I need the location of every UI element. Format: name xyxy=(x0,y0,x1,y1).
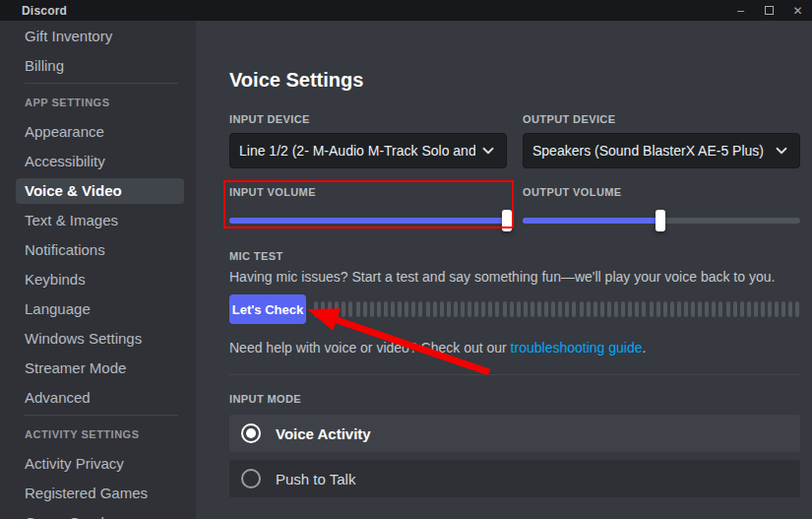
meter-bar xyxy=(754,301,758,317)
input-mode-option-voice-activity[interactable]: Voice Activity xyxy=(229,415,800,452)
meter-bar xyxy=(314,301,318,317)
sidebar-item-keybinds[interactable]: Keybinds xyxy=(16,267,184,292)
output-device-value: Speakers (Sound BlasterX AE-5 Plus) xyxy=(532,143,769,159)
app-title: Discord xyxy=(22,4,67,18)
input-device-select[interactable]: Line 1/2 (2- M-Audio M-Track Solo and D xyxy=(229,133,507,168)
meter-bar xyxy=(565,301,569,317)
minimize-button[interactable]: – xyxy=(726,0,755,21)
meter-bar xyxy=(405,301,408,317)
output-volume-slider[interactable] xyxy=(523,206,800,235)
meter-bar xyxy=(398,301,402,317)
lets-check-button[interactable]: Let's Check xyxy=(229,294,306,324)
mic-test-label: MIC TEST xyxy=(229,250,800,262)
meter-bar xyxy=(747,301,751,317)
slider-track[interactable] xyxy=(229,218,507,224)
radio-unselected-icon[interactable] xyxy=(241,469,261,488)
meter-bar xyxy=(363,301,367,317)
meter-bar xyxy=(698,301,702,317)
meter-bar xyxy=(572,301,576,317)
slider-fill xyxy=(523,218,660,224)
meter-bar xyxy=(650,301,654,317)
voice-settings-page: Voice Settings INPUT DEVICE Line 1/2 (2-… xyxy=(196,21,812,519)
meter-bar xyxy=(517,301,521,317)
meter-bar xyxy=(342,301,345,317)
sidebar-item-registered-games[interactable]: Registered Games xyxy=(16,481,184,506)
output-volume-label: OUTPUT VOLUME xyxy=(523,186,800,198)
meter-bar xyxy=(391,301,395,317)
meter-bar xyxy=(537,301,541,317)
meter-bar xyxy=(600,301,604,317)
meter-bar xyxy=(593,301,597,317)
meter-bar xyxy=(726,301,730,317)
sidebar-item-notifications[interactable]: Notifications xyxy=(16,237,184,263)
meter-bar xyxy=(628,301,632,317)
close-button[interactable]: ✕ xyxy=(783,0,812,21)
sidebar-divider xyxy=(25,83,178,84)
page-title: Voice Settings xyxy=(229,68,800,92)
meter-bar xyxy=(503,301,507,317)
help-text: Need help with voice or video? Check out… xyxy=(229,339,800,357)
help-text-after: . xyxy=(643,340,647,356)
close-icon: ✕ xyxy=(792,5,802,17)
input-device-value: Line 1/2 (2- M-Audio M-Track Solo and D xyxy=(239,143,475,159)
slider-thumb[interactable] xyxy=(656,210,665,231)
sidebar-item-voice-video[interactable]: Voice & Video xyxy=(16,178,184,204)
sidebar-item-text-images[interactable]: Text & Images xyxy=(16,208,184,233)
meter-bar xyxy=(335,301,339,317)
output-device-select[interactable]: Speakers (Sound BlasterX AE-5 Plus) xyxy=(523,133,800,168)
slider-fill xyxy=(229,218,507,224)
meter-bar xyxy=(488,301,492,317)
meter-bar xyxy=(642,301,646,317)
meter-bar xyxy=(705,301,709,317)
sidebar-item-billing[interactable]: Billing xyxy=(16,53,184,79)
meter-bar xyxy=(607,301,611,317)
meter-bar xyxy=(328,301,332,317)
slider-thumb[interactable] xyxy=(502,210,512,231)
input-volume-slider[interactable] xyxy=(229,206,507,235)
meter-bar xyxy=(447,301,451,317)
radio-label: Push to Talk xyxy=(276,471,355,487)
meter-bar xyxy=(370,301,374,317)
mic-test-meter xyxy=(314,294,800,324)
output-device-label: OUTPUT DEVICE xyxy=(523,113,800,125)
meter-bar xyxy=(795,301,799,317)
meter-bar xyxy=(524,301,528,317)
maximize-button[interactable] xyxy=(755,0,783,21)
titlebar: Discord – ✕ xyxy=(0,0,812,21)
sidebar-item-language[interactable]: Language xyxy=(16,296,184,322)
help-text-before: Need help with voice or video? Check out… xyxy=(229,340,511,356)
slider-track[interactable] xyxy=(523,218,800,224)
sidebar-item-appearance[interactable]: Appearance xyxy=(16,119,184,145)
sidebar-item-accessibility[interactable]: Accessibility xyxy=(16,149,184,174)
chevron-down-icon xyxy=(479,142,497,160)
meter-bar xyxy=(474,301,478,317)
meter-bar xyxy=(377,301,381,317)
input-mode-label: INPUT MODE xyxy=(229,393,800,405)
meter-bar xyxy=(495,301,499,317)
input-mode-group: Voice ActivityPush to Talk xyxy=(229,415,800,497)
sidebar-item-activity-privacy[interactable]: Activity Privacy xyxy=(16,451,184,477)
section-divider xyxy=(229,374,800,375)
sidebar-item-gift-inventory[interactable]: Gift Inventory xyxy=(16,24,184,49)
input-mode-option-push-to-talk[interactable]: Push to Talk xyxy=(229,460,800,497)
meter-bar xyxy=(587,301,591,317)
troubleshooting-guide-link[interactable]: troubleshooting guide xyxy=(511,340,643,356)
radio-selected-icon[interactable] xyxy=(241,423,261,443)
meter-bar xyxy=(635,301,639,317)
meter-bar xyxy=(788,301,792,317)
sidebar-section-header: ACTIVITY SETTINGS xyxy=(16,427,184,441)
sidebar-item-game-overlay[interactable]: Game Overlay xyxy=(16,510,184,519)
mic-test-description: Having mic issues? Start a test and say … xyxy=(229,268,800,286)
meter-bar xyxy=(433,301,437,317)
sidebar-item-advanced[interactable]: Advanced xyxy=(16,385,184,411)
meter-bar xyxy=(356,301,360,317)
sidebar-divider xyxy=(25,415,178,416)
sidebar-item-streamer-mode[interactable]: Streamer Mode xyxy=(16,356,184,381)
meter-bar xyxy=(440,301,444,317)
minimize-icon: – xyxy=(737,5,744,17)
meter-bar xyxy=(775,301,779,317)
meter-bar xyxy=(691,301,695,317)
input-device-label: INPUT DEVICE xyxy=(229,113,507,125)
sidebar-item-windows-settings[interactable]: Windows Settings xyxy=(16,326,184,352)
meter-bar xyxy=(677,301,681,317)
